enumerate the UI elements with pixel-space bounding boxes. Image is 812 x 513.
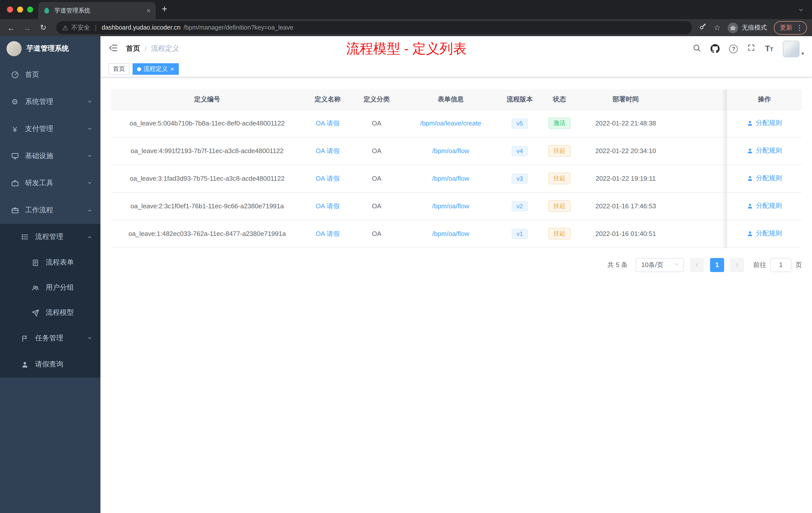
- page-content: 定义编号 定义名称 定义分类 表单信息 流程版本 状态 部署时间 操作: [100, 77, 812, 513]
- toolbox-icon: [10, 179, 19, 187]
- app-frame: 芋道管理系统 首页 ⚙ 系统管理 ¥ 支付管理: [0, 36, 812, 513]
- font-size-icon[interactable]: TT: [765, 45, 773, 53]
- breadcrumb-separator: /: [145, 45, 147, 53]
- goto-label: 前往: [753, 260, 766, 269]
- sidebar-item-process-models[interactable]: 流程模型: [0, 300, 100, 325]
- main-area: 首页 / 流程定义 流程模型 - 定义列表 ?: [100, 36, 812, 513]
- user-icon: [747, 120, 754, 126]
- version-badge: v4: [512, 146, 528, 156]
- pagination: 共 5 条 10条/页 1 前往: [111, 258, 802, 272]
- breadcrumb-home[interactable]: 首页: [126, 44, 140, 53]
- assign-rule-link[interactable]: 分配规则: [747, 202, 782, 211]
- fullscreen-icon[interactable]: [748, 44, 755, 54]
- assign-rule-link[interactable]: 分配规则: [747, 229, 782, 238]
- users-icon: [31, 283, 40, 292]
- col-status: 状态: [540, 89, 579, 110]
- chevron-down-icon: [674, 261, 679, 269]
- table-header-row: 定义编号 定义名称 定义分类 表单信息 流程版本 状态 部署时间 操作: [111, 89, 802, 110]
- definition-category: OA: [351, 220, 402, 247]
- github-icon[interactable]: [711, 44, 720, 53]
- page-size-select[interactable]: 10条/页: [636, 258, 684, 272]
- form-link[interactable]: /bpm/oa/leave/create: [420, 119, 481, 127]
- browser-tab[interactable]: 芋道管理系统 ×: [38, 2, 156, 19]
- sidebar-item-process-management[interactable]: 流程管理: [0, 224, 100, 250]
- user-avatar-menu[interactable]: ▾: [783, 40, 804, 57]
- window-controls: [7, 6, 33, 12]
- sidebar-item-user-groups[interactable]: 用户分组: [0, 275, 100, 300]
- sidebar-item-task-management[interactable]: 任务管理: [0, 325, 100, 351]
- tag-process-definition[interactable]: 流程定义 ×: [133, 63, 178, 75]
- window-minimize-button[interactable]: [17, 6, 23, 12]
- sidebar-item-devtools[interactable]: 研发工具: [0, 170, 100, 197]
- definition-name-link[interactable]: OA 请假: [316, 202, 340, 210]
- assign-rule-link[interactable]: 分配规则: [747, 119, 782, 128]
- definitions-table: 定义编号 定义名称 定义分类 表单信息 流程版本 状态 部署时间 操作: [111, 89, 802, 248]
- back-button[interactable]: ←: [5, 22, 17, 34]
- tag-close-icon[interactable]: ×: [170, 66, 174, 72]
- deploy-time: 2022-01-16 01:40:51: [579, 220, 672, 247]
- assign-rule-link[interactable]: 分配规则: [747, 146, 782, 155]
- page-number-1[interactable]: 1: [710, 258, 724, 272]
- definition-name-link[interactable]: OA 请假: [316, 119, 340, 127]
- url-host: dashboard.yudao.iocoder.cn: [102, 24, 180, 31]
- flag-icon: [21, 334, 29, 342]
- table-row: oa_leave:5:004b710b-7b8a-11ec-8ef0-acde4…: [111, 110, 802, 137]
- key-icon[interactable]: [699, 23, 707, 33]
- assign-rule-link[interactable]: 分配规则: [747, 174, 782, 183]
- tab-close-icon[interactable]: ×: [147, 6, 151, 14]
- avatar[interactable]: [783, 40, 800, 57]
- bookmark-star-icon[interactable]: ☆: [714, 23, 721, 32]
- definition-name-link[interactable]: OA 请假: [316, 230, 340, 237]
- search-icon[interactable]: [693, 43, 701, 54]
- next-page-button[interactable]: [730, 258, 744, 272]
- briefcase-icon: [10, 206, 19, 215]
- reload-button[interactable]: ↻: [37, 22, 49, 34]
- status-badge: 挂起: [548, 173, 571, 184]
- window-close-button[interactable]: [7, 6, 13, 12]
- tab-search-chevron-icon[interactable]: [798, 6, 804, 15]
- table-row: oa_leave:1:482ec033-762a-11ec-8477-a2380…: [111, 220, 802, 247]
- definition-category: OA: [351, 164, 402, 192]
- sidebar-item-process-forms[interactable]: 流程表单: [0, 250, 100, 275]
- page-title: 流程模型 - 定义列表: [346, 40, 467, 58]
- sidebar-item-leave-query[interactable]: 请假查询: [0, 351, 100, 378]
- form-link[interactable]: /bpm/oa/flow: [432, 175, 469, 182]
- help-icon[interactable]: ?: [729, 44, 738, 53]
- window-zoom-button[interactable]: [27, 6, 33, 12]
- form-link[interactable]: /bpm/oa/flow: [432, 147, 469, 155]
- definition-id: oa_leave:4:991f2193-7b7f-11ec-a3c8-acde4…: [111, 137, 304, 164]
- form-link[interactable]: /bpm/oa/flow: [432, 230, 469, 237]
- security-warning-icon: ⚠: [62, 24, 68, 31]
- update-button[interactable]: 更新 ⋮: [774, 21, 807, 34]
- menu-kebab-icon[interactable]: ⋮: [796, 24, 803, 31]
- forward-button[interactable]: →: [21, 22, 33, 34]
- prev-page-button[interactable]: [690, 258, 704, 272]
- incognito-label: 无痕模式: [742, 23, 767, 32]
- sidebar-item-payment[interactable]: ¥ 支付管理: [0, 116, 100, 143]
- goto-page-input[interactable]: [770, 258, 791, 272]
- chevron-down-icon: [87, 152, 92, 160]
- col-process-version: 流程版本: [500, 89, 540, 110]
- tag-home[interactable]: 首页: [109, 63, 129, 75]
- user-icon: [747, 231, 754, 237]
- col-operations: 操作: [727, 89, 802, 110]
- update-label: 更新: [780, 23, 792, 32]
- sidebar-item-workflow[interactable]: 工作流程: [0, 197, 100, 224]
- definition-category: OA: [351, 137, 402, 164]
- sidebar-item-system[interactable]: ⚙ 系统管理: [0, 88, 100, 116]
- sidebar-item-home[interactable]: 首页: [0, 61, 100, 88]
- sidebar-item-infrastructure[interactable]: 基础设施: [0, 143, 100, 170]
- toolbar-right: ☆ 无痕模式 更新 ⋮: [699, 21, 807, 34]
- address-bar[interactable]: ⚠ 不安全 | dashboard.yudao.iocoder.cn /bpm/…: [56, 21, 692, 34]
- new-tab-button[interactable]: +: [162, 4, 167, 15]
- form-link[interactable]: /bpm/oa/flow: [432, 202, 469, 210]
- pagination-total: 共 5 条: [607, 260, 628, 269]
- sidebar-toggle-icon[interactable]: [109, 43, 118, 55]
- definition-id: oa_leave:5:004b710b-7b8a-11ec-8ef0-acde4…: [111, 110, 304, 137]
- goto-unit: 页: [795, 260, 802, 269]
- definition-name-link[interactable]: OA 请假: [316, 147, 340, 154]
- definition-id: oa_leave:1:482ec033-762a-11ec-8477-a2380…: [111, 220, 304, 247]
- chevron-down-icon: [87, 179, 92, 187]
- definition-name-link[interactable]: OA 请假: [316, 175, 340, 182]
- send-icon: [31, 308, 40, 317]
